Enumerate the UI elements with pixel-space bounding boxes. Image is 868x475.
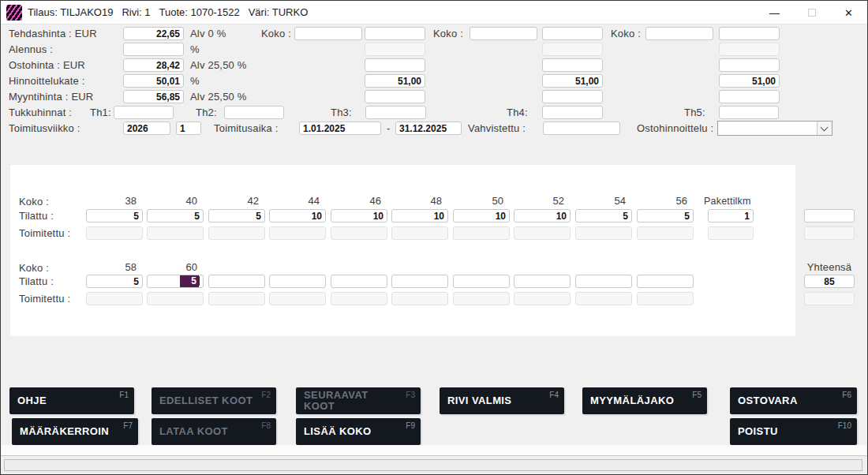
maximize-button[interactable] bbox=[793, 1, 830, 24]
koko2-price-row3-input[interactable] bbox=[542, 58, 603, 72]
fkey-label: F9 bbox=[406, 421, 415, 430]
tilattu-input[interactable] bbox=[637, 209, 694, 223]
minimize-button[interactable]: — bbox=[756, 1, 793, 24]
button-label: SEURAAVAT KOOT bbox=[304, 390, 376, 412]
tilattu-input[interactable] bbox=[514, 209, 571, 223]
myymalajako-button[interactable]: MYYMÄLÄJAKO F5 bbox=[582, 387, 707, 414]
button-label: OSTOVARA bbox=[738, 395, 798, 406]
button-label: MÄÄRÄKERROIN bbox=[20, 426, 109, 437]
tilattu-input[interactable] bbox=[391, 275, 448, 288]
myyntihinta-alv-label: Alv 25,50 % bbox=[190, 90, 247, 103]
paketti-toimitettu-input bbox=[708, 226, 754, 240]
window-controls: — ✕ bbox=[756, 1, 867, 24]
title-bar: Tilaus: TILJAKO19 Rivi: 1 Tuote: 1070-15… bbox=[1, 1, 867, 24]
tilattu-input[interactable] bbox=[269, 275, 326, 288]
close-icon: ✕ bbox=[844, 7, 853, 19]
tilattu-input[interactable] bbox=[391, 209, 448, 223]
hinnoittelukate-input[interactable] bbox=[123, 74, 184, 88]
lisaa-koko-button[interactable]: LISÄÄ KOKO F9 bbox=[296, 418, 421, 445]
koko1-kate-input[interactable] bbox=[365, 74, 425, 88]
combo-arrow-button[interactable] bbox=[817, 122, 832, 135]
tehdashinta-label: Tehdashinta : EUR bbox=[9, 27, 97, 40]
paketti-tilattu-input[interactable] bbox=[708, 209, 754, 223]
toimitettu-input bbox=[514, 292, 571, 305]
toimitettu-input bbox=[208, 226, 265, 240]
tilattu-input[interactable] bbox=[637, 275, 694, 288]
tilattu-input[interactable] bbox=[514, 275, 571, 288]
button-label: OHJE bbox=[17, 395, 47, 406]
koko3-price-row2-input bbox=[719, 43, 780, 56]
tilattu-input[interactable] bbox=[331, 209, 387, 223]
close-button[interactable]: ✕ bbox=[830, 1, 867, 24]
tilattu-input[interactable] bbox=[208, 209, 265, 223]
koko2-kate-input[interactable] bbox=[542, 74, 603, 88]
koko3-price-row5-input[interactable] bbox=[719, 90, 780, 103]
koko3-price-row3-input[interactable] bbox=[719, 58, 780, 72]
delivery-year-input[interactable] bbox=[123, 122, 170, 135]
koko1-price-row1-input[interactable] bbox=[365, 27, 425, 40]
toimitettu-row1-label: Toimitettu : bbox=[19, 226, 70, 240]
koko3-kate-input[interactable] bbox=[719, 74, 780, 88]
tilattu-input[interactable] bbox=[86, 275, 143, 288]
toimitettu-input bbox=[331, 226, 387, 240]
size-header: 40 bbox=[147, 195, 204, 207]
tilattu-input-selected[interactable]: 5 bbox=[147, 275, 204, 288]
chevron-down-icon bbox=[821, 124, 829, 132]
koko2-price-row5-input[interactable] bbox=[542, 90, 603, 103]
ostohinta-label: Ostohinta : EUR bbox=[9, 58, 85, 72]
fkey-label: F2 bbox=[261, 391, 271, 399]
koko1-price-row3-input[interactable] bbox=[365, 58, 425, 72]
tilattu-input[interactable] bbox=[331, 275, 387, 288]
koko3-price-row1-input[interactable] bbox=[719, 27, 780, 40]
koko-size-input-3[interactable] bbox=[645, 27, 713, 40]
app-logo-icon bbox=[6, 5, 22, 21]
tilattu-input[interactable] bbox=[86, 209, 143, 223]
tehdashinta-alv-label: Alv 0 % bbox=[190, 27, 226, 40]
alennus-input[interactable] bbox=[123, 43, 184, 56]
delivery-to-input[interactable] bbox=[395, 122, 462, 135]
ostohinnoittelu-select[interactable] bbox=[717, 121, 832, 136]
tukkuhinnat-label: Tukkuhinnat : bbox=[9, 106, 72, 119]
tilattu-input[interactable] bbox=[575, 209, 632, 223]
koko-size-input-2[interactable] bbox=[470, 27, 537, 40]
th1-input[interactable] bbox=[114, 106, 174, 119]
toimitettu-input bbox=[637, 292, 694, 305]
side-top-input[interactable] bbox=[804, 209, 855, 223]
size-header: 50 bbox=[453, 195, 510, 207]
th3-input[interactable] bbox=[365, 106, 426, 119]
ostohinta-input[interactable] bbox=[123, 58, 184, 72]
koko-size-input-1[interactable] bbox=[294, 27, 362, 40]
myyntihinta-input[interactable] bbox=[123, 90, 184, 103]
maarakerroin-button[interactable]: MÄÄRÄKERROIN F7 bbox=[12, 418, 138, 445]
vahvistettu-input[interactable] bbox=[543, 122, 620, 135]
yhteensa-total-input bbox=[804, 275, 855, 288]
fkey-label: F8 bbox=[261, 421, 271, 430]
poistu-button[interactable]: POISTU F10 bbox=[730, 418, 857, 445]
tilattu-input[interactable] bbox=[453, 275, 510, 288]
status-message-area bbox=[4, 459, 862, 471]
toimitettu-input bbox=[453, 226, 510, 240]
th2-input[interactable] bbox=[224, 106, 284, 119]
ostovara-button[interactable]: OSTOVARA F6 bbox=[730, 387, 857, 414]
koko-label-3: Koko : bbox=[611, 27, 641, 40]
th4-input[interactable] bbox=[542, 106, 603, 119]
koko2-price-row1-input[interactable] bbox=[542, 27, 603, 40]
selected-text: 5 bbox=[180, 275, 199, 287]
tilattu-input[interactable] bbox=[575, 275, 632, 288]
button-label: RIVI VALMIS bbox=[447, 395, 511, 406]
tilattu-input[interactable] bbox=[147, 209, 204, 223]
size-header: 54 bbox=[575, 195, 632, 207]
delivery-week-input[interactable] bbox=[176, 122, 201, 135]
toimitettu-input bbox=[514, 226, 571, 240]
ohje-button[interactable]: OHJE F1 bbox=[9, 387, 134, 414]
tilattu-input[interactable] bbox=[269, 209, 326, 223]
size-header: 56 bbox=[637, 195, 694, 207]
button-label: LISÄÄ KOKO bbox=[304, 426, 372, 437]
tilattu-input[interactable] bbox=[453, 209, 510, 223]
tehdashinta-input[interactable] bbox=[123, 27, 184, 40]
rivi-valmis-button[interactable]: RIVI VALMIS F4 bbox=[440, 387, 564, 414]
delivery-from-input[interactable] bbox=[299, 122, 381, 135]
tilattu-input[interactable] bbox=[208, 275, 265, 288]
koko1-price-row5-input[interactable] bbox=[365, 90, 425, 103]
th5-input[interactable] bbox=[719, 106, 779, 119]
